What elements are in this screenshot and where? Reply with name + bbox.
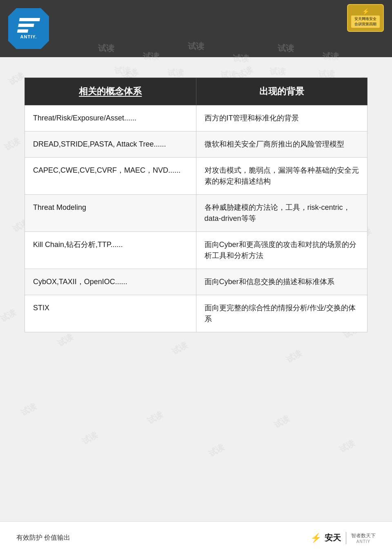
cell-left-3: Threat Modeling <box>25 195 196 232</box>
body-wm-34: 试读 <box>337 438 357 455</box>
col-concepts-header: 相关的概念体系 <box>25 78 196 105</box>
table-row: CAPEC,CWE,CVE,CVRF，MAEC，NVD......对攻击模式，脆… <box>25 158 368 195</box>
header-badge: ⚡ 安天网络安全合训营第四期 <box>347 4 384 41</box>
footer: 有效防护 价值输出 ⚡ 安天 智者数天下 ANTIY <box>0 521 392 554</box>
logo: ANTIY. <box>8 8 49 49</box>
body-wm-30: 试读 <box>80 429 100 447</box>
cell-left-5: CybOX,TAXII，OpenIOC...... <box>25 269 196 295</box>
cell-right-6: 面向更完整的综合性的情报分析/作业/交换的体系 <box>196 295 368 332</box>
logo-line-2 <box>18 24 34 27</box>
body-wm-27: 试读 <box>284 348 304 365</box>
header-watermark-3: 试读 <box>188 41 204 52</box>
table-header-row: 相关的概念体系 出现的背景 <box>25 78 368 105</box>
col-background-header: 出现的背景 <box>196 78 368 105</box>
table-row: CybOX,TAXII，OpenIOC......面向Cyber和信息交换的描述… <box>25 269 368 295</box>
body-wm-29: 试读 <box>19 401 38 418</box>
body-wm-33: 试读 <box>272 413 292 431</box>
footer-brand-sub-container: 智者数天下 ANTIY <box>351 532 376 544</box>
logo-text: ANTIY. <box>20 34 37 39</box>
footer-slogan: 有效防护 价值输出 <box>16 534 70 542</box>
badge-text: 安天网络安全合训营第四期 <box>351 16 380 28</box>
cell-right-2: 对攻击模式，脆弱点，漏洞等各种基础的安全元素的标定和描述结构 <box>196 158 368 195</box>
footer-antiy-text: ANTIY <box>351 539 376 544</box>
cell-left-0: Threat/Risk/Exposure/Asset...... <box>25 105 196 131</box>
main-content: 相关的概念体系 出现的背景 Threat/Risk/Exposure/Asset… <box>0 57 392 345</box>
cell-right-1: 微软和相关安全厂商所推出的风险管理模型 <box>196 131 368 158</box>
footer-brand: ⚡ 安天 智者数天下 ANTIY <box>310 532 376 544</box>
table-row: STIX面向更完整的综合性的情报分析/作业/交换的体系 <box>25 295 368 332</box>
logo-line-3 <box>17 29 28 33</box>
table-row: Threat Modeling各种威胁建模的方法论，工具，risk-centri… <box>25 195 368 232</box>
table-row: DREAD,STRIDE,PASTA, Attack Tree......微软和… <box>25 131 368 158</box>
footer-brand-name: 安天 <box>325 532 341 543</box>
header: ANTIY. 试读 试读 试读 试读 试读 试读 试读 试读 试读 试读 试读 … <box>0 0 392 57</box>
logo-line-1 <box>19 18 40 21</box>
logo-icon <box>17 18 40 33</box>
footer-brand-sub: 智者数天下 <box>351 532 376 539</box>
cell-left-2: CAPEC,CWE,CVE,CVRF，MAEC，NVD...... <box>25 158 196 195</box>
badge-icon: ⚡ <box>351 8 380 15</box>
header-watermark-1: 试读 <box>98 43 114 54</box>
lightning-icon: ⚡ <box>310 533 321 543</box>
cell-right-4: 面向Cyber和更高强度的攻击和对抗的场景的分析工具和分析方法 <box>196 232 368 269</box>
cell-right-5: 面向Cyber和信息交换的描述和标准体系 <box>196 269 368 295</box>
footer-divider <box>346 532 346 544</box>
cell-left-1: DREAD,STRIDE,PASTA, Attack Tree...... <box>25 131 196 158</box>
table-row: Kill Chain,钻石分析,TTP......面向Cyber和更高强度的攻击… <box>25 232 368 269</box>
cell-right-0: 西方的IT管理和标准化的背景 <box>196 105 368 131</box>
body-wm-31: 试读 <box>145 409 165 427</box>
header-watermark-5: 试读 <box>278 43 294 54</box>
cell-left-4: Kill Chain,钻石分析,TTP...... <box>25 232 196 269</box>
cell-right-3: 各种威胁建模的方法论，工具，risk-centric，data-driven等等 <box>196 195 368 232</box>
table-row: Threat/Risk/Exposure/Asset......西方的IT管理和… <box>25 105 368 131</box>
cell-left-6: STIX <box>25 295 196 332</box>
concept-table: 相关的概念体系 出现的背景 Threat/Risk/Exposure/Asset… <box>24 78 368 332</box>
body-wm-32: 试读 <box>207 442 226 459</box>
